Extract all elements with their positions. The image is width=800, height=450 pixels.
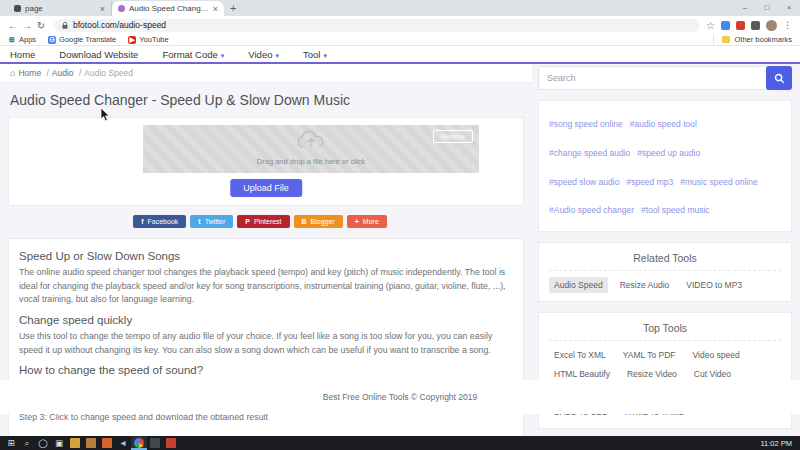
close-tab-icon[interactable]: × bbox=[100, 4, 105, 14]
taskbar-clock[interactable]: 11:02 PM bbox=[760, 439, 800, 448]
browser-menu-icon[interactable]: ⋮ bbox=[783, 20, 792, 30]
address-bar: ← → ↻ bfotool.com/audio-speed ☆ ⋮ bbox=[0, 16, 800, 34]
section-heading: Change speed quickly bbox=[19, 314, 513, 326]
chrome-icon[interactable] bbox=[131, 436, 147, 450]
app-icon-orange[interactable] bbox=[99, 436, 115, 450]
hashtag-link[interactable]: #music speed online bbox=[680, 175, 758, 190]
other-bookmarks-button[interactable]: Other bookmarks bbox=[713, 35, 792, 44]
screen: page × Audio Speed Changer - Speed U × +… bbox=[0, 0, 800, 450]
search-input[interactable] bbox=[538, 66, 792, 90]
upload-file-button[interactable]: Upload File bbox=[230, 179, 302, 197]
hashtag-link[interactable]: #speed slow audio bbox=[549, 175, 619, 190]
bookmark-google-translate[interactable]: G Google Translate bbox=[48, 35, 116, 44]
app-icon-folder[interactable] bbox=[83, 436, 99, 450]
close-button[interactable]: × bbox=[778, 0, 800, 16]
bookmark-favicon-icon: ▶ bbox=[128, 36, 136, 44]
extension-pin-icon[interactable] bbox=[751, 21, 760, 30]
cortana-icon[interactable]: ◯ bbox=[35, 436, 51, 450]
bookmark-label: YouTube bbox=[139, 35, 168, 44]
file-explorer-icon[interactable] bbox=[67, 436, 83, 450]
section-heading: How to change the speed of sound? bbox=[19, 364, 513, 376]
tab-title: Audio Speed Changer - Speed U bbox=[129, 4, 209, 13]
share-blogger-button[interactable]: B Blogger bbox=[294, 215, 343, 228]
profile-avatar[interactable] bbox=[766, 20, 777, 31]
card-title: Top Tools bbox=[549, 320, 781, 341]
close-tab-icon[interactable]: × bbox=[213, 4, 218, 14]
tool-chip[interactable]: Excel To XML bbox=[549, 347, 611, 363]
minimize-button[interactable]: – bbox=[734, 0, 756, 16]
breadcrumb-item[interactable]: Audio bbox=[52, 68, 81, 78]
search-button[interactable] bbox=[766, 66, 792, 90]
hashtag-link[interactable]: #tool speed music bbox=[641, 203, 710, 218]
page-favicon-icon bbox=[14, 5, 21, 12]
hashtag-link[interactable]: #speed up audio bbox=[637, 146, 700, 161]
tool-chip[interactable]: Video speed bbox=[688, 347, 745, 363]
search-icon[interactable]: ⌕ bbox=[19, 436, 35, 450]
file-dropzone[interactable]: Drag and drop a file here or click Remov… bbox=[143, 125, 479, 173]
share-label: Twitter bbox=[205, 218, 226, 225]
bookmark-youtube[interactable]: ▶ YouTube bbox=[128, 35, 168, 44]
tool-chip[interactable]: YAML To PDF bbox=[618, 347, 681, 363]
extension-red-icon[interactable] bbox=[736, 21, 745, 30]
breadcrumb-item[interactable]: Audio Speed bbox=[84, 68, 133, 78]
windows-taskbar: ⊞ ⌕ ◯ ▣ bbox=[0, 436, 800, 450]
tool-chip[interactable]: VIDEO to MP3 bbox=[681, 277, 747, 293]
home-icon: ⌂ bbox=[10, 68, 15, 78]
browser-tab-page[interactable]: page × bbox=[8, 1, 112, 16]
browser-tab-active[interactable]: Audio Speed Changer - Speed U × bbox=[112, 1, 224, 16]
bookmark-favicon-icon: G bbox=[48, 36, 56, 44]
breadcrumb-item[interactable]: Home bbox=[18, 68, 48, 78]
app-icon-red[interactable] bbox=[163, 436, 179, 450]
tool-chip[interactable]: Audio Speed bbox=[549, 277, 608, 293]
bookmark-apps[interactable]: ⊞ Apps bbox=[8, 35, 36, 44]
bookmarks-bar: ⊞ Apps G Google Translate ▶ YouTube Othe… bbox=[0, 34, 800, 46]
hashtag-link[interactable]: #song speed online bbox=[549, 117, 623, 132]
share-pinterest-button[interactable]: P Pinterest bbox=[237, 215, 289, 228]
hashtag-link[interactable]: #audio speed tool bbox=[630, 117, 697, 132]
search-icon bbox=[774, 73, 785, 84]
lock-icon bbox=[61, 21, 69, 30]
upload-cloud-icon bbox=[296, 131, 326, 149]
hashtag-link[interactable]: #Audio speed changer bbox=[549, 203, 634, 218]
card-title: Related Tools bbox=[549, 250, 781, 271]
bookmark-favicon-icon: ⊞ bbox=[8, 36, 16, 44]
share-network-icon: t bbox=[198, 218, 200, 225]
nav-download-website[interactable]: Download Website bbox=[59, 49, 138, 60]
hashtag-link[interactable]: #change speed audio bbox=[549, 146, 630, 161]
nav-video[interactable]: Video bbox=[248, 49, 279, 60]
start-icon[interactable]: ⊞ bbox=[3, 436, 19, 450]
remove-file-button[interactable]: Remove bbox=[433, 130, 473, 143]
url-text: bfotool.com/audio-speed bbox=[73, 20, 166, 30]
section-heading: Speed Up or Slow Down Songs bbox=[19, 250, 513, 262]
new-tab-button[interactable]: + bbox=[230, 1, 236, 16]
url-input[interactable]: bfotool.com/audio-speed bbox=[54, 19, 700, 32]
back-icon[interactable]: ← bbox=[6, 20, 20, 31]
site-favicon-icon bbox=[118, 5, 125, 12]
share-network-icon: P bbox=[245, 218, 250, 225]
bookmark-label: Google Translate bbox=[59, 35, 116, 44]
share-label: Blogger bbox=[311, 218, 335, 225]
site-footer: Best Free Online Tools © Copyright 2019 bbox=[0, 380, 800, 414]
tool-chip[interactable]: Resize Audio bbox=[615, 277, 675, 293]
page-body: ⌂ HomeAudioAudio Speed Audio Speed Chang… bbox=[0, 64, 800, 436]
translate-extension-icon[interactable] bbox=[721, 21, 730, 30]
task-view-icon[interactable]: ▣ bbox=[51, 436, 67, 450]
nav-format-code[interactable]: Format Code bbox=[162, 49, 224, 60]
share-facebook-button[interactable]: f Facebook bbox=[133, 215, 186, 228]
site-nav: HomeDownload WebsiteFormat CodeVideoTool bbox=[0, 46, 800, 64]
volume-icon[interactable]: ◄ bbox=[115, 436, 131, 450]
share-label: More bbox=[363, 218, 379, 225]
app-icon-dark[interactable] bbox=[147, 436, 163, 450]
share-twitter-button[interactable]: t Twitter bbox=[190, 215, 233, 228]
bookmark-star-icon[interactable]: ☆ bbox=[706, 20, 715, 31]
share-more-button[interactable]: + More bbox=[347, 215, 387, 228]
hashtag-link[interactable]: #speed mp3 bbox=[626, 175, 673, 190]
maximize-button[interactable]: □ bbox=[756, 0, 778, 16]
reload-icon[interactable]: ↻ bbox=[34, 20, 48, 31]
nav-tool[interactable]: Tool bbox=[303, 49, 327, 60]
hashtag-cloud: #song speed online#audio speed tool#chan… bbox=[538, 100, 792, 232]
breadcrumb: ⌂ HomeAudioAudio Speed bbox=[0, 64, 532, 83]
nav-home[interactable]: Home bbox=[10, 49, 35, 60]
related-tools-card: Related Tools Audio SpeedResize AudioVID… bbox=[538, 242, 792, 302]
forward-icon[interactable]: → bbox=[20, 20, 34, 31]
